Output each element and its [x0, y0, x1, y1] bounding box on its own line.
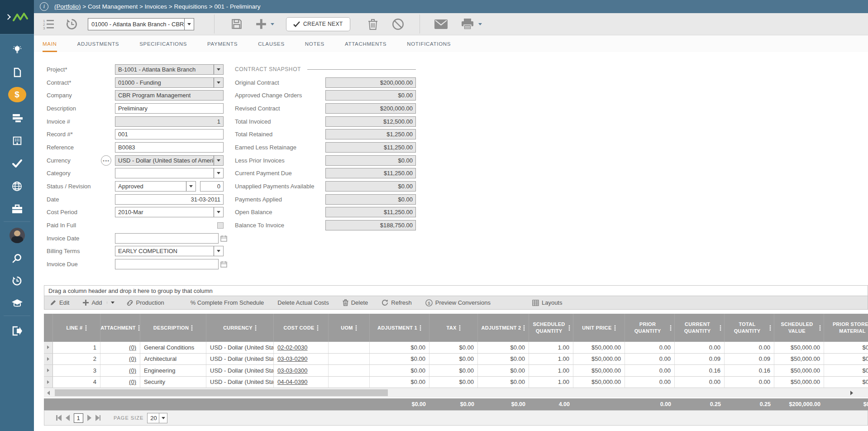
column-menu-icon[interactable]: [720, 325, 721, 331]
cost-code-link[interactable]: 03-03-0290: [277, 355, 308, 362]
tab-payments[interactable]: PAYMENTS: [207, 35, 238, 52]
row-expand-button[interactable]: [44, 342, 53, 353]
paid-in-full-checkbox[interactable]: [217, 222, 224, 229]
project-select[interactable]: B-1001 - Atlanta Bank Branch: [115, 64, 224, 75]
list-bars-icon[interactable]: [0, 109, 34, 127]
header-current-quantity[interactable]: CURRENT QUANTITY: [675, 314, 725, 342]
tab-clauses[interactable]: CLAUSES: [258, 35, 285, 52]
cost-code-link[interactable]: 04-04-0390: [277, 378, 308, 385]
record-selector-dropdown[interactable]: 01000 - Atlanta Bank Branch - CBR P: [88, 18, 194, 30]
header-attachment[interactable]: ATTACHMENT: [100, 314, 140, 342]
page-size-select[interactable]: 20: [147, 413, 167, 423]
header-prior-stored-material[interactable]: PRIOR STORED MATERIAL: [824, 314, 868, 342]
graduation-cap-icon[interactable]: [0, 294, 34, 312]
next-page-button[interactable]: [87, 415, 91, 421]
cost-code-link[interactable]: 03-03-0300: [277, 367, 308, 374]
row-expand-button[interactable]: [44, 354, 53, 365]
delete-button[interactable]: Delete: [343, 299, 368, 306]
edit-button[interactable]: Edit: [50, 299, 69, 306]
header-prior-quantity[interactable]: PRIOR QUANTITY: [625, 314, 675, 342]
layouts-button[interactable]: Layouts: [532, 299, 563, 306]
tab-adjustments[interactable]: ADJUSTMENTS: [77, 35, 119, 52]
add-icon[interactable]: [255, 18, 267, 30]
breadcrumb-portfolio-link[interactable]: (Portfolio): [54, 3, 81, 10]
print-icon[interactable]: [461, 19, 474, 30]
current-page-number[interactable]: 1: [74, 413, 83, 423]
attachment-link[interactable]: (0): [129, 367, 136, 374]
cancel-icon[interactable]: [392, 18, 404, 30]
header-scheduled-value[interactable]: SCHEDULED VALUE: [774, 314, 824, 342]
column-menu-icon[interactable]: [568, 325, 570, 331]
calendar-icon[interactable]: [220, 235, 227, 242]
scroll-right-arrow[interactable]: [847, 388, 856, 397]
refresh-button[interactable]: Refresh: [382, 299, 412, 306]
logout-icon[interactable]: [0, 322, 34, 340]
production-button[interactable]: Production: [126, 299, 164, 306]
column-menu-icon[interactable]: [459, 325, 461, 331]
history-icon[interactable]: [0, 272, 34, 290]
invoice-due-input[interactable]: [115, 259, 219, 269]
numbered-list-icon[interactable]: 123: [43, 19, 55, 29]
mail-icon[interactable]: [434, 19, 448, 29]
header-total-quantity[interactable]: TOTAL QUANTITY: [725, 314, 774, 342]
last-page-button[interactable]: [95, 415, 101, 421]
cost-dollar-icon-active[interactable]: $: [0, 86, 34, 104]
revision-input[interactable]: 0: [200, 181, 224, 192]
building-icon[interactable]: [0, 132, 34, 150]
save-icon[interactable]: [231, 18, 243, 30]
info-icon[interactable]: i: [40, 2, 48, 11]
pct-complete-from-schedule-button[interactable]: % Complete From Schedule: [191, 299, 264, 306]
add-button[interactable]: Add: [83, 299, 102, 306]
globe-icon[interactable]: [0, 177, 34, 195]
tab-notes[interactable]: NOTES: [305, 35, 324, 52]
invoice-date-input[interactable]: [115, 233, 219, 244]
header-adjustment-1[interactable]: ADJUSTMENT 1: [370, 314, 429, 342]
header-adjustment-2[interactable]: ADJUSTMENT 2: [478, 314, 529, 342]
description-input[interactable]: Preliminary: [115, 103, 224, 114]
row-expand-button[interactable]: [44, 365, 53, 376]
group-by-panel[interactable]: Drag a column header and drop it here to…: [44, 285, 868, 296]
header-line-number[interactable]: LINE #: [53, 314, 100, 342]
column-menu-icon[interactable]: [819, 325, 821, 331]
first-page-button[interactable]: [56, 415, 62, 421]
add-dropdown-caret[interactable]: [271, 23, 274, 25]
category-select[interactable]: [115, 168, 224, 178]
header-description[interactable]: DESCRIPTION: [140, 314, 206, 342]
column-menu-icon[interactable]: [85, 325, 87, 331]
delete-actual-costs-button[interactable]: Delete Actual Costs: [277, 299, 329, 306]
column-menu-icon[interactable]: [355, 325, 357, 331]
column-menu-icon[interactable]: [255, 325, 257, 331]
user-avatar[interactable]: [0, 226, 34, 244]
billing-terms-select[interactable]: EARLY COMPLETION: [115, 246, 224, 256]
column-menu-icon[interactable]: [614, 325, 616, 331]
preview-conversions-button[interactable]: $ Preview Conversions: [425, 299, 491, 306]
column-menu-icon[interactable]: [420, 325, 421, 331]
currency-select[interactable]: USD - Dollar (United States of America): [115, 155, 224, 166]
currency-options-button[interactable]: ●●●: [101, 155, 111, 166]
scrollbar-thumb[interactable]: [55, 389, 388, 396]
column-menu-icon[interactable]: [317, 325, 319, 331]
header-scheduled-quantity[interactable]: SCHEDULED QUANTITY: [529, 314, 573, 342]
attachment-link[interactable]: (0): [129, 378, 136, 385]
attachment-link[interactable]: (0): [129, 344, 136, 351]
column-menu-icon[interactable]: [138, 325, 140, 331]
scrollbar-track[interactable]: [53, 388, 847, 397]
row-expand-button[interactable]: [44, 377, 53, 388]
reference-input[interactable]: B0083: [115, 142, 224, 153]
tasks-check-icon[interactable]: [0, 154, 34, 172]
cost-code-link[interactable]: 02-02-0030: [277, 344, 308, 351]
tab-specifications[interactable]: SPECIFICATIONS: [139, 35, 187, 52]
tab-main[interactable]: MAIN: [43, 35, 57, 52]
ideas-lightbulb-icon[interactable]: [0, 41, 34, 59]
column-menu-icon[interactable]: [670, 325, 672, 331]
header-tax[interactable]: TAX: [429, 314, 478, 342]
app-logo[interactable]: [0, 0, 34, 34]
header-currency[interactable]: CURRENCY: [206, 314, 274, 342]
add-dropdown-caret[interactable]: [107, 302, 114, 304]
print-dropdown-caret[interactable]: [478, 23, 482, 25]
scroll-left-arrow[interactable]: [44, 388, 53, 397]
documents-icon[interactable]: [0, 63, 34, 81]
date-input[interactable]: 31-03-2011: [115, 194, 224, 205]
contract-select[interactable]: 01000 - Funding: [115, 77, 224, 88]
history-icon[interactable]: [66, 18, 78, 30]
